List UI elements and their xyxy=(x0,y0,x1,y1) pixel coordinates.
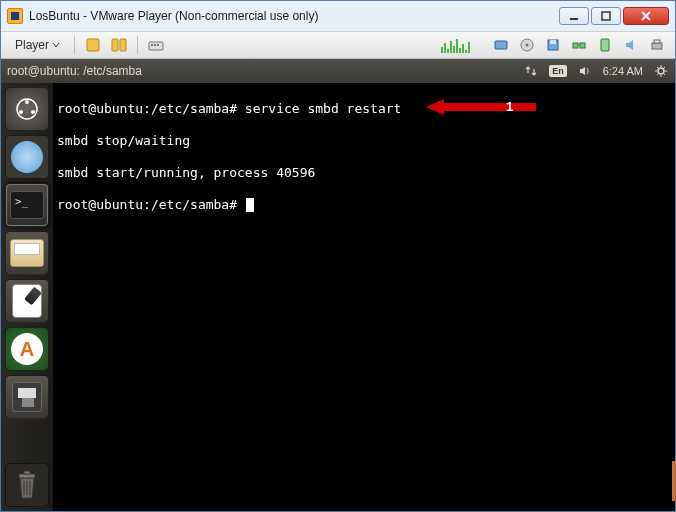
device-network-icon[interactable] xyxy=(569,35,589,55)
keyboard-lang-indicator[interactable]: En xyxy=(549,65,567,77)
svg-rect-9 xyxy=(495,41,507,49)
unity-launcher xyxy=(1,83,53,511)
svg-rect-17 xyxy=(652,43,662,49)
launcher-floppy[interactable] xyxy=(5,375,49,419)
device-sound-icon[interactable] xyxy=(621,35,641,55)
app-icon xyxy=(7,8,23,24)
device-usb-icon[interactable] xyxy=(595,35,615,55)
svg-rect-1 xyxy=(602,12,610,20)
terminal-line: smbd stop/waiting xyxy=(57,133,671,149)
vmware-toolbar: Player xyxy=(1,31,675,59)
vm-activity-graph xyxy=(441,37,479,53)
svg-rect-6 xyxy=(151,44,153,46)
panel-window-title: root@ubuntu: /etc/samba xyxy=(7,64,523,78)
launcher-text-editor[interactable] xyxy=(5,279,49,323)
terminal-cursor xyxy=(246,198,254,212)
launcher-software-updater[interactable] xyxy=(5,327,49,371)
svg-rect-2 xyxy=(87,39,99,51)
svg-rect-15 xyxy=(580,43,585,48)
device-floppy-icon[interactable] xyxy=(543,35,563,55)
svg-rect-16 xyxy=(601,39,609,51)
gear-icon[interactable] xyxy=(653,63,669,79)
svg-rect-7 xyxy=(154,44,156,46)
launcher-trash[interactable] xyxy=(5,463,49,507)
svg-rect-25 xyxy=(24,471,30,474)
device-hdd-icon[interactable] xyxy=(491,35,511,55)
svg-rect-14 xyxy=(573,43,578,48)
launcher-files[interactable] xyxy=(5,231,49,275)
svg-point-22 xyxy=(31,110,35,114)
svg-rect-24 xyxy=(19,474,35,478)
svg-rect-13 xyxy=(550,40,556,44)
svg-rect-4 xyxy=(120,39,126,51)
window-title: LosBuntu - VMware Player (Non-commercial… xyxy=(29,9,559,23)
svg-rect-18 xyxy=(654,40,660,43)
terminal-line: root@ubuntu:/etc/samba# service smbd res… xyxy=(57,101,671,117)
player-menu-button[interactable]: Player xyxy=(9,36,66,54)
ubuntu-top-panel: root@ubuntu: /etc/samba En 6:24 AM xyxy=(1,59,675,83)
maximize-button[interactable] xyxy=(591,7,621,25)
volume-icon[interactable] xyxy=(577,63,593,79)
terminal-prompt-line: root@ubuntu:/etc/samba# xyxy=(57,197,671,213)
device-cd-icon[interactable] xyxy=(517,35,537,55)
network-updown-icon[interactable] xyxy=(523,63,539,79)
close-button[interactable] xyxy=(623,7,669,25)
scrollbar-indicator xyxy=(672,461,675,501)
device-printer-icon[interactable] xyxy=(647,35,667,55)
fullscreen-single-icon[interactable] xyxy=(83,35,103,55)
launcher-chromium[interactable] xyxy=(5,135,49,179)
svg-point-19 xyxy=(658,68,664,74)
ubuntu-desktop: root@ubuntu:/etc/samba# service smbd res… xyxy=(1,83,675,511)
vm-display: root@ubuntu: /etc/samba En 6:24 AM xyxy=(1,59,675,511)
chevron-down-icon xyxy=(52,41,60,49)
svg-point-23 xyxy=(19,110,23,114)
svg-rect-0 xyxy=(570,18,578,20)
toolbar-separator xyxy=(74,36,75,54)
panel-indicators: En 6:24 AM xyxy=(523,63,669,79)
svg-rect-8 xyxy=(157,44,159,46)
vmware-player-window: LosBuntu - VMware Player (Non-commercial… xyxy=(0,0,676,512)
fullscreen-multi-icon[interactable] xyxy=(109,35,129,55)
window-titlebar[interactable]: LosBuntu - VMware Player (Non-commercial… xyxy=(1,1,675,31)
window-controls xyxy=(559,7,669,25)
player-menu-label: Player xyxy=(15,38,49,52)
minimize-button[interactable] xyxy=(559,7,589,25)
terminal-line: smbd start/running, process 40596 xyxy=(57,165,671,181)
clock[interactable]: 6:24 AM xyxy=(603,65,643,77)
send-keys-icon[interactable] xyxy=(146,35,166,55)
svg-point-21 xyxy=(25,100,29,104)
terminal-output[interactable]: root@ubuntu:/etc/samba# service smbd res… xyxy=(53,83,675,511)
svg-point-11 xyxy=(526,44,529,47)
launcher-terminal[interactable] xyxy=(5,183,49,227)
launcher-dash-home[interactable] xyxy=(5,87,49,131)
terminal-prompt-text: root@ubuntu:/etc/samba# xyxy=(57,197,245,212)
svg-rect-3 xyxy=(112,39,118,51)
toolbar-separator-2 xyxy=(137,36,138,54)
